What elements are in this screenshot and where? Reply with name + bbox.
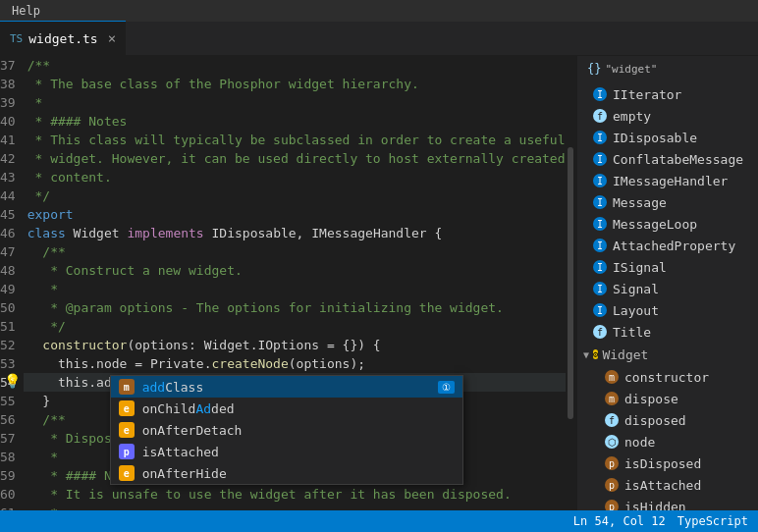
outline-header-icon: {} (587, 62, 601, 76)
outline-items: I IIterator f empty I IDisposable I Conf… (577, 81, 758, 510)
class-icon: ⚙ (593, 349, 598, 359)
editor-scrollbar[interactable] (566, 56, 575, 510)
outline-item-disposed[interactable]: f disposed (577, 409, 758, 431)
code-line-38: * The base class of the Phosphor widget … (24, 75, 566, 93)
outline-item-ishidden[interactable]: p isHidden (577, 496, 758, 510)
outline-item-constructor[interactable]: m constructor (577, 366, 758, 388)
interface-icon: I (593, 174, 607, 187)
cursor-position[interactable]: Ln 54, Col 12 (573, 514, 666, 528)
field-icon: f (605, 413, 619, 427)
ln-57: 57 (0, 429, 24, 448)
outline-item-title[interactable]: f Title (577, 321, 758, 343)
code-line-44: */ (24, 186, 566, 205)
ac-badge: ① (438, 381, 455, 394)
ln-56: 56 (0, 410, 24, 429)
outline-label: Signal (613, 282, 659, 296)
outline-label: Layout (613, 303, 659, 318)
outline-header: {} "widget" (577, 56, 758, 81)
method-icon: m (605, 392, 619, 405)
outline-item-isattached[interactable]: p isAttached (577, 474, 758, 496)
outline-item-iiterator[interactable]: I IIterator (577, 83, 758, 105)
outline-label: AttachedProperty (613, 239, 735, 253)
outline-item-messageloop[interactable]: I MessageLoop (577, 213, 758, 235)
lightbulb-icon[interactable]: 💡 (4, 373, 21, 389)
interface-icon: I (593, 303, 607, 317)
outline-label: constructor (624, 370, 709, 385)
interface-icon: I (593, 239, 607, 252)
editor[interactable]: 37 38 39 40 41 42 43 44 45 46 47 48 49 5… (0, 56, 576, 510)
ln-46: 46 (0, 224, 24, 242)
language-mode[interactable]: TypeScript (677, 514, 748, 528)
ln-55: 55 (0, 392, 24, 410)
code-line-49: * (24, 280, 566, 298)
scrollbar-thumb[interactable] (568, 147, 573, 420)
menu-bar[interactable]: Help (8, 2, 44, 20)
ln-44: 44 (0, 186, 24, 205)
outline-label: Widget (602, 347, 648, 362)
code-line-41: * This class will typically be subclasse… (24, 131, 566, 149)
ln-39: 39 (0, 93, 24, 112)
outline-item-message[interactable]: I Message (577, 191, 758, 213)
outline-item-dispose[interactable]: m dispose (577, 388, 758, 409)
autocomplete-dropdown[interactable]: m addClass ① e onChildAdded e onAfterDet… (110, 375, 463, 485)
ac-item-addClass[interactable]: m addClass ① (111, 376, 462, 398)
outline-item-attachedprop[interactable]: I AttachedProperty (577, 235, 758, 256)
field-icon: f (593, 109, 607, 123)
main-area: 37 38 39 40 41 42 43 44 45 46 47 48 49 5… (0, 56, 758, 510)
ac-label: addClass (142, 380, 430, 395)
outline-group-widget[interactable]: ▼ ⚙ Widget (577, 343, 758, 366)
code-line-51: */ (24, 317, 566, 336)
property-icon: p (605, 456, 619, 470)
ac-item-onAfterHide[interactable]: e onAfterHide (111, 462, 462, 484)
ac-method-icon: m (119, 379, 135, 395)
ac-label: onAfterHide (142, 466, 455, 481)
code-line-43: * content. (24, 168, 566, 186)
ac-item-onAfterDetach[interactable]: e onAfterDetach (111, 419, 462, 441)
outline-label: dispose (624, 392, 678, 406)
code-line-48: * Construct a new widget. (24, 261, 566, 280)
menu-help[interactable]: Help (8, 2, 44, 20)
outline-label: empty (613, 109, 651, 124)
code-line-40: * #### Notes (24, 112, 566, 131)
outline-item-isignal[interactable]: I ISignal (577, 256, 758, 278)
interface-icon: I (593, 131, 607, 144)
outline-item-layout[interactable]: I Layout (577, 299, 758, 321)
outline-title: "widget" (605, 63, 657, 76)
outline-label: IIterator (613, 87, 681, 102)
code-line-52: constructor(options: Widget.IOptions = {… (24, 336, 566, 354)
outline-item-idisposable[interactable]: I IDisposable (577, 127, 758, 148)
property-icon: p (605, 478, 619, 492)
code-line-53: this.node = Private.createNode(options); (24, 354, 566, 373)
outline-panel: {} "widget" I IIterator f empty I IDispo… (576, 56, 758, 510)
outline-item-node[interactable]: ⬡ node (577, 431, 758, 452)
outline-label: ISignal (613, 260, 667, 275)
ac-label: onChildAdded (142, 401, 455, 416)
outline-item-signal[interactable]: I Signal (577, 278, 758, 299)
outline-label: MessageLoop (613, 217, 697, 232)
outline-item-imsghandler[interactable]: I IMessageHandler (577, 170, 758, 191)
interface-icon: I (593, 195, 607, 209)
interface-icon: I (593, 282, 607, 295)
ln-53: 53 (0, 354, 24, 373)
code-line-42: * widget. However, it can be used direct… (24, 149, 566, 168)
ln-48: 48 (0, 261, 24, 280)
ln-43: 43 (0, 168, 24, 186)
field-icon: f (593, 325, 607, 339)
outline-label: Message (613, 195, 667, 210)
outline-item-conflatmsg[interactable]: I ConflatabeMessage (577, 148, 758, 170)
tab-widget-ts[interactable]: TS widget.ts × (0, 21, 126, 55)
code-line-61: * It is unsafe to use the widget after i… (24, 485, 566, 504)
tab-close-button[interactable]: × (108, 30, 116, 46)
field-icon: ⬡ (605, 435, 619, 449)
code-line-39: * (24, 93, 566, 112)
ac-event-icon: e (119, 422, 135, 438)
outline-item-empty[interactable]: f empty (577, 105, 758, 127)
ac-item-onChildAdded[interactable]: e onChildAdded (111, 398, 462, 419)
ln-49: 49 (0, 280, 24, 298)
code-line-47: /** (24, 242, 566, 261)
property-icon: p (605, 500, 619, 510)
outline-label: IDisposable (613, 131, 697, 145)
outline-item-isdisposed[interactable]: p isDisposed (577, 452, 758, 474)
ac-item-isAttached[interactable]: p isAttached (111, 441, 462, 462)
code-line-37: /** (24, 56, 566, 75)
